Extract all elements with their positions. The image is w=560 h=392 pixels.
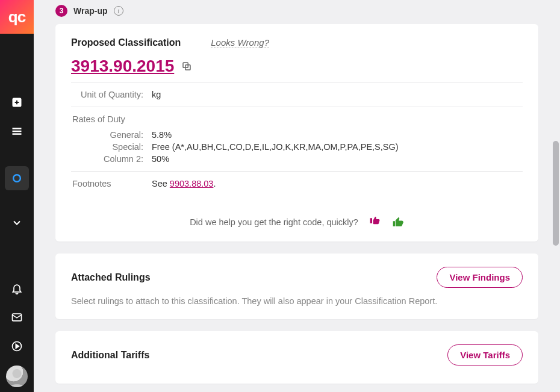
ring-icon: [11, 172, 23, 184]
copy-code-button[interactable]: [181, 61, 192, 72]
logo[interactable]: qc: [0, 0, 34, 34]
svg-rect-1: [13, 128, 22, 129]
footnotes-prefix: See: [152, 179, 170, 188]
column2-label: Column 2:: [72, 154, 143, 164]
list-button[interactable]: [5, 119, 29, 143]
step-label: Wrap-up: [73, 6, 108, 16]
bell-icon: [11, 282, 23, 294]
new-button[interactable]: [5, 90, 29, 114]
footnotes-value: See 9903.88.03.: [152, 179, 216, 188]
feedback-prompt: Did we help you get the right code, quic…: [190, 217, 358, 227]
mail-icon: [11, 311, 23, 323]
svg-point-4: [13, 175, 20, 182]
unit-label: Unit of Quantity:: [72, 90, 143, 99]
step-header: 3 Wrap-up i: [55, 0, 538, 24]
unit-value: kg: [152, 90, 161, 99]
rates-label: Rates of Duty: [72, 114, 125, 128]
view-findings-button[interactable]: View Findings: [437, 267, 523, 288]
expand-toggle[interactable]: [5, 211, 29, 235]
proposed-classification-card: Proposed Classification Looks Wrong? 391…: [55, 24, 538, 241]
plus-icon: [11, 96, 23, 108]
additional-tariffs-card: Additional Tariffs View Tariffs: [55, 331, 538, 384]
step-number-badge: 3: [55, 5, 67, 17]
general-value: 5.8%: [152, 130, 172, 140]
user-icon: [6, 366, 28, 387]
thumbs-down-icon: [369, 216, 381, 228]
sidebar: qc: [0, 0, 34, 392]
info-icon[interactable]: i: [114, 6, 123, 16]
copy-icon: [181, 61, 192, 72]
rulings-title: Attached Rulings: [71, 272, 151, 283]
thumbs-up-icon: [392, 216, 404, 228]
svg-rect-3: [13, 133, 22, 135]
thumbs-up-button[interactable]: [392, 216, 404, 228]
list-icon: [11, 125, 23, 137]
play-button[interactable]: [5, 334, 29, 358]
svg-point-7: [13, 369, 22, 378]
footnote-link[interactable]: 9903.88.03: [170, 179, 214, 188]
column2-value: 50%: [152, 154, 169, 164]
svg-rect-2: [13, 131, 22, 132]
rulings-desc: Select rulings to attach to this classif…: [71, 296, 523, 306]
footnotes-label: Footnotes: [72, 179, 143, 188]
thumbs-down-button[interactable]: [369, 216, 381, 228]
messages-button[interactable]: [5, 305, 29, 329]
avatar[interactable]: [6, 366, 28, 387]
looks-wrong-link[interactable]: Looks Wrong?: [211, 37, 269, 48]
special-label: Special:: [72, 142, 143, 152]
scrollbar-thumb[interactable]: [553, 141, 559, 246]
general-label: General:: [72, 130, 143, 140]
view-tariffs-button[interactable]: View Tariffs: [447, 344, 523, 366]
active-nav-button[interactable]: [5, 166, 29, 190]
special-value: Free (A*,AU,BH,CL,CO,D,E,IL,JO,K,KR,MA,O…: [152, 142, 399, 152]
feedback-row: Did we help you get the right code, quic…: [71, 216, 523, 228]
tariffs-title: Additional Tariffs: [71, 350, 149, 361]
proposed-title: Proposed Classification: [71, 37, 181, 48]
notifications-button[interactable]: [5, 276, 29, 300]
classification-code[interactable]: 3913.90.2015: [71, 57, 174, 76]
attached-rulings-card: Attached Rulings View Findings Select ru…: [55, 254, 538, 319]
play-circle-icon: [11, 340, 23, 352]
main-content: 3 Wrap-up i Proposed Classification Look…: [34, 0, 560, 392]
footnotes-suffix: .: [213, 179, 216, 188]
chevron-down-icon: [11, 217, 23, 229]
